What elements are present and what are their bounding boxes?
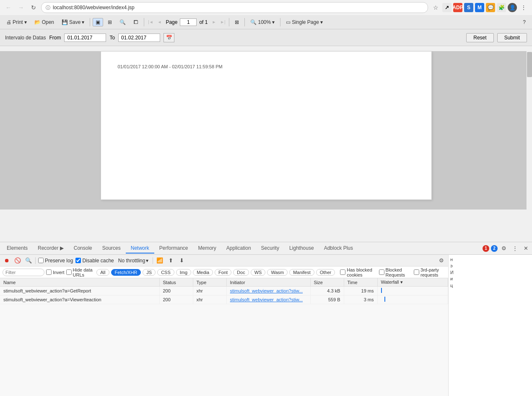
blocked-requests-checkbox[interactable] xyxy=(379,269,384,275)
to-date-input[interactable]: 01.02.2017 xyxy=(118,34,160,42)
url-input[interactable]: localhost:8080/webviewer/index4.jsp xyxy=(53,5,423,10)
clear-button[interactable]: 🚫 xyxy=(13,256,22,265)
blocked-cookies-checkbox[interactable] xyxy=(340,269,345,275)
reset-button[interactable]: Reset xyxy=(466,33,493,42)
row-name: stimulsoft_webviewer_action?a=GetReport xyxy=(0,287,159,295)
open-button[interactable]: 📂 Open xyxy=(31,18,57,26)
preserve-log-checkbox[interactable] xyxy=(38,258,44,263)
col-size[interactable]: Size xyxy=(310,278,344,287)
filter-button[interactable]: 🔍 xyxy=(24,256,33,265)
thumbnail-icon[interactable]: ⧠ xyxy=(130,18,141,26)
col-status[interactable]: Status xyxy=(159,278,193,287)
filter-chip-js[interactable]: JS xyxy=(143,269,156,276)
tab-console[interactable]: Console xyxy=(69,243,97,254)
zoom-button[interactable]: 🔍 100% ▾ xyxy=(247,18,278,26)
download-button[interactable]: ⬇ xyxy=(177,256,186,265)
right-scrollbar[interactable] xyxy=(526,51,532,210)
menu-button[interactable]: ⋮ xyxy=(519,3,529,13)
fit-page-button[interactable]: ⊠ xyxy=(232,18,242,26)
throttle-label: No throttling xyxy=(118,258,145,264)
tab-performance[interactable]: Performance xyxy=(154,243,193,254)
col-waterfall[interactable]: Waterfall ▾ xyxy=(377,278,448,287)
col-name[interactable]: Name xyxy=(0,278,159,287)
filter-chip-font[interactable]: Font xyxy=(215,269,231,276)
search-toggle-icon[interactable]: 🔍 xyxy=(117,18,129,26)
page-input[interactable]: 1 xyxy=(180,18,197,26)
next-page-button[interactable]: ► xyxy=(210,18,218,26)
filter-chip-css[interactable]: CSS xyxy=(157,269,174,276)
from-date-input[interactable]: 01.01.2017 xyxy=(64,34,106,42)
network-settings-button[interactable]: ⚙ xyxy=(437,256,446,265)
ext-puzzle-icon[interactable]: 🧩 xyxy=(497,3,506,12)
tab-application[interactable]: Application xyxy=(221,243,256,254)
tab-recorder[interactable]: Recorder ▶ xyxy=(33,243,69,254)
first-page-button[interactable]: |◄ xyxy=(147,18,154,26)
close-devtools-button[interactable]: ✕ xyxy=(521,244,530,253)
print-button[interactable]: 🖨 Print ▾ xyxy=(3,18,30,26)
more-tools-button[interactable]: ⋮ xyxy=(510,244,519,253)
user-avatar[interactable]: 👤 xyxy=(508,3,517,12)
filter-chip-fetchxhr[interactable]: Fetch/XHR xyxy=(111,269,141,276)
prev-page-button[interactable]: ◄ xyxy=(156,18,163,26)
filter-chip-other[interactable]: Other xyxy=(316,269,335,276)
tab-security[interactable]: Security xyxy=(256,243,284,254)
col-time[interactable]: Time xyxy=(344,278,377,287)
filter-chip-wasm[interactable]: Wasm xyxy=(267,269,288,276)
col-type[interactable]: Type xyxy=(193,278,226,287)
table-row[interactable]: stimulsoft_webviewer_action?a=GetReport … xyxy=(0,287,448,295)
filter-chip-ws[interactable]: WS xyxy=(251,269,266,276)
disable-cache-checkbox[interactable] xyxy=(75,258,81,263)
settings-button[interactable]: ⚙ xyxy=(499,244,509,253)
single-page-button[interactable]: ▭ Single Page ▾ xyxy=(283,18,326,26)
help-button[interactable]: ? xyxy=(520,18,529,26)
ext-s-icon[interactable]: S xyxy=(464,3,473,12)
tab-sources[interactable]: Sources xyxy=(97,243,126,254)
save-button[interactable]: 💾 Save ▾ xyxy=(59,18,87,26)
third-party-checkbox[interactable] xyxy=(414,269,419,275)
ext-m-icon[interactable]: M xyxy=(475,3,484,12)
tab-adblock[interactable]: Adblock Plus xyxy=(319,243,358,254)
page-label: Page xyxy=(164,19,179,25)
filter-chip-all[interactable]: All xyxy=(96,269,109,276)
back-button[interactable]: ← xyxy=(3,3,13,13)
col-initiator[interactable]: Initiator xyxy=(226,278,310,287)
tab-memory[interactable]: Memory xyxy=(193,243,221,254)
invert-label[interactable]: Invert xyxy=(46,269,65,275)
last-page-button[interactable]: ►| xyxy=(219,18,226,26)
ext-share-icon[interactable]: ↗ xyxy=(442,3,452,12)
tab-network[interactable]: Network xyxy=(126,243,154,254)
table-row[interactable]: stimulsoft_webviewer_action?a=ViewerItea… xyxy=(0,295,448,304)
error-badge: 1 xyxy=(483,245,489,252)
separator-1 xyxy=(90,18,90,26)
invert-checkbox[interactable] xyxy=(46,269,52,275)
wifi-icon[interactable]: 📶 xyxy=(156,256,164,265)
upload-button[interactable]: ⬆ xyxy=(166,256,175,265)
tab-elements[interactable]: Elements xyxy=(2,243,33,254)
layout-continuous-icon[interactable]: ⊞ xyxy=(105,18,115,26)
throttle-select[interactable]: No throttling ▾ xyxy=(117,257,151,264)
third-party-label[interactable]: 3rd-party requests xyxy=(414,267,446,277)
calendar-button[interactable]: 📅 xyxy=(163,33,174,42)
network-table-wrapper[interactable]: Name Status Type Initiator Size Time Wat… xyxy=(0,278,448,387)
tab-lighthouse[interactable]: Lighthouse xyxy=(284,243,319,254)
forward-button[interactable]: → xyxy=(16,3,26,13)
filter-chip-media[interactable]: Media xyxy=(193,269,213,276)
blocked-cookies-label[interactable]: Has blocked cookies xyxy=(340,267,375,277)
preserve-log-label[interactable]: Preserve log xyxy=(38,258,73,264)
bookmark-button[interactable]: ☆ xyxy=(431,3,441,13)
filter-input[interactable] xyxy=(3,269,44,276)
reload-button[interactable]: ↻ xyxy=(29,3,39,13)
hide-data-urls-checkbox[interactable] xyxy=(66,269,72,275)
to-label: To xyxy=(109,35,115,41)
submit-button[interactable]: Submit xyxy=(497,33,527,42)
layout-single-icon[interactable]: ▣ xyxy=(93,18,103,26)
blocked-requests-label[interactable]: Blocked Requests xyxy=(379,267,411,277)
ext-adblock-icon[interactable]: ADP xyxy=(453,3,462,12)
ext-chat-icon[interactable]: 💬 xyxy=(486,3,495,12)
hide-data-urls-label[interactable]: Hide data URLs xyxy=(66,267,95,277)
filter-chip-doc[interactable]: Doc xyxy=(233,269,249,276)
disable-cache-label[interactable]: Disable cache xyxy=(75,258,114,264)
filter-chip-img[interactable]: Img xyxy=(176,269,191,276)
record-button[interactable]: ⏺ xyxy=(3,256,11,265)
filter-chip-manifest[interactable]: Manifest xyxy=(289,269,314,276)
